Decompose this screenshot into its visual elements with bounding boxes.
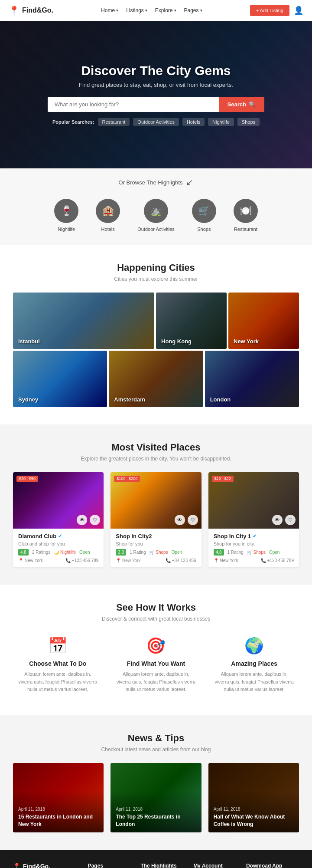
place-card-shop-city2[interactable]: $100 - $200 👁 ♡ Shop In City2 Shop for y… xyxy=(110,472,201,567)
news-image-coffee: April 11, 2018 Half of What We Know Abou… xyxy=(208,763,299,832)
favorite-btn-shop1[interactable]: ♡ xyxy=(285,515,296,525)
city-card-amsterdam[interactable]: Amsterdam xyxy=(109,351,203,407)
place-image-shop1: $12 - $22 👁 ♡ xyxy=(208,472,299,529)
news-card-top25[interactable]: April 11, 2018 The Top 25 Restaurants in… xyxy=(110,763,201,832)
cities-title: Happening Cities xyxy=(13,262,299,273)
place-actions-diamond: 👁 ♡ xyxy=(77,515,100,525)
place-card-shop-city1[interactable]: $12 - $22 👁 ♡ Shop In City 1 ✔ Shop for … xyxy=(208,472,299,567)
place-body-shop1: Shop In City 1 ✔ Shop for you in city. 4… xyxy=(208,529,299,567)
restaurant-label: Restaurant xyxy=(234,227,257,232)
city-card-istanbul[interactable]: Istanbul xyxy=(13,293,154,349)
rating-text-shop1: 1 Rating xyxy=(228,550,244,555)
place-meta-shop1: 4.8 1 Rating 🛒 Shops Open xyxy=(214,549,294,556)
footer: 📍 Find&Go. Collins Street West, Victoria… xyxy=(0,850,312,868)
news-image-top25: April 11, 2018 The Top 25 Restaurants in… xyxy=(110,763,201,832)
popular-label: Popular Searches: xyxy=(52,119,94,125)
favorite-btn-diamond[interactable]: ♡ xyxy=(90,515,100,525)
city-name-newyork: New York xyxy=(234,338,259,345)
place-footer-shop1: 📍 New York 📞 +123 456 789 xyxy=(214,558,294,563)
browse-icon-restaurant[interactable]: 🍽️ Restaurant xyxy=(234,199,258,232)
city-name-london: London xyxy=(210,396,231,403)
rating-text-diamond: 2 Ratings xyxy=(32,550,50,555)
news-footer-coffee: April 11, 2018 Half of What We Know Abou… xyxy=(208,802,299,832)
city-name-istanbul: Istanbul xyxy=(18,338,40,345)
search-button[interactable]: Search 🔍 xyxy=(219,97,264,112)
place-card-diamond-club[interactable]: $20 - $50 👁 ♡ Diamond Club ✔ Club and sh… xyxy=(13,472,104,567)
favorite-btn-shop2[interactable]: ♡ xyxy=(188,515,198,525)
news-footer-top25: April 11, 2018 The Top 25 Restaurants in… xyxy=(110,802,201,832)
nav-explore[interactable]: Explore ▾ xyxy=(155,7,176,13)
news-title-top25: The Top 25 Restaurants in London xyxy=(116,813,196,828)
find-title: Find What You Want xyxy=(116,660,197,667)
browse-label: Or Browse The Highlights ↙ xyxy=(0,177,312,187)
place-actions-shop1: 👁 ♡ xyxy=(272,515,296,525)
hotels-circle: 🏨 xyxy=(96,199,120,223)
browse-icons-row: 🍷 Nightlife 🏨 Hotels ⛰️ Outdoor Activiti… xyxy=(0,194,312,240)
place-desc-diamond: Club and shop for you xyxy=(18,541,98,546)
tag-shops-shop1: 🛒 Shops xyxy=(247,550,266,555)
place-footer-shop2: 📍 New York 📞 +84 123 456 xyxy=(116,558,196,563)
hero-content: Discover The City Gems Find great places… xyxy=(0,63,312,126)
popular-tag-outdoor[interactable]: Outdoor Activities xyxy=(133,118,179,126)
popular-tag-hotels[interactable]: Hotels xyxy=(182,118,205,126)
browse-highlights-section: Or Browse The Highlights ↙ 🍷 Nightlife 🏨… xyxy=(0,168,312,245)
place-name-shop2: Shop In City2 xyxy=(116,533,196,539)
search-icon: 🔍 xyxy=(249,101,256,108)
nightlife-label: Nightlife xyxy=(58,227,75,232)
nav-listings[interactable]: Listings ▾ xyxy=(126,7,147,13)
footer-logo: 📍 Find&Go. xyxy=(13,863,79,868)
news-footer-burgers: April 11, 2018 15 Restaurants in London … xyxy=(13,802,104,832)
news-date-coffee: April 11, 2018 xyxy=(214,807,294,812)
hero-search-bar: Search 🔍 xyxy=(48,97,264,112)
phone-diamond: 📞 +123 456 789 xyxy=(65,558,98,563)
news-date-top25: April 11, 2018 xyxy=(116,807,196,812)
view-btn-diamond[interactable]: 👁 xyxy=(77,515,87,525)
status-shop1: Open xyxy=(269,550,280,555)
brand-logo[interactable]: 📍 Find&Go. xyxy=(9,5,53,16)
rating-badge-shop2: 3.0 xyxy=(116,549,126,556)
choose-icon: 📅 xyxy=(17,637,98,655)
place-image-shop2: $100 - $200 👁 ♡ xyxy=(110,472,201,529)
rating-text-shop2: 1 Rating xyxy=(130,550,146,555)
popular-tag-shops[interactable]: Shops xyxy=(237,118,260,126)
view-btn-shop2[interactable]: 👁 xyxy=(175,515,185,525)
nav-home[interactable]: Home ▾ xyxy=(101,7,118,13)
hotels-label: Hotels xyxy=(101,227,115,232)
popular-tag-nightlife[interactable]: Nightlife xyxy=(208,118,234,126)
outdoor-circle: ⛰️ xyxy=(144,199,168,223)
footer-app-title: Download App xyxy=(246,863,299,868)
news-section: News & Tips Checkout latest news and art… xyxy=(0,715,312,850)
news-card-coffee[interactable]: April 11, 2018 Half of What We Know Abou… xyxy=(208,763,299,832)
browse-icon-outdoor[interactable]: ⛰️ Outdoor Activities xyxy=(137,199,175,232)
popular-tag-restaurant[interactable]: Restaurant xyxy=(98,118,130,126)
browse-icon-nightlife[interactable]: 🍷 Nightlife xyxy=(54,199,78,232)
news-title-coffee: Half of What We Know About Coffee is Wro… xyxy=(214,813,294,828)
add-listing-button[interactable]: + Add Listing xyxy=(250,5,289,16)
restaurant-circle: 🍽️ xyxy=(234,199,258,223)
amazing-desc: Aliquam lorem ante, dapibus in, viverra … xyxy=(214,671,295,694)
popular-searches: Popular Searches: Restaurant Outdoor Act… xyxy=(0,118,312,126)
rating-badge-diamond: 4.8 xyxy=(18,549,29,556)
city-card-london[interactable]: London xyxy=(205,351,299,407)
footer-brand-col: 📍 Find&Go. Collins Street West, Victoria… xyxy=(13,863,79,868)
browse-icon-shops[interactable]: 🛒 Shops xyxy=(192,199,216,232)
cities-grid-row1: Istanbul Hong Kong New York xyxy=(13,293,299,349)
search-input[interactable] xyxy=(48,97,219,112)
city-card-sydney[interactable]: Sydney xyxy=(13,351,107,407)
user-icon[interactable]: 👤 xyxy=(294,6,303,15)
verified-icon-shop1: ✔ xyxy=(253,533,257,539)
browse-icon-hotels[interactable]: 🏨 Hotels xyxy=(96,199,120,232)
curve-arrow: ↙ xyxy=(186,177,193,187)
news-card-burgers[interactable]: April 11, 2018 15 Restaurants in London … xyxy=(13,763,104,832)
nav-pages[interactable]: Pages ▾ xyxy=(184,7,202,13)
place-meta-shop2: 3.0 1 Rating 🛒 Shops Open xyxy=(116,549,196,556)
city-card-hongkong[interactable]: Hong Kong xyxy=(156,293,227,349)
city-name-amsterdam: Amsterdam xyxy=(114,396,145,403)
news-title: News & Tips xyxy=(13,733,299,744)
find-icon: 🎯 xyxy=(116,637,197,655)
view-btn-shop1[interactable]: 👁 xyxy=(272,515,283,525)
city-name-hongkong: Hong Kong xyxy=(161,338,192,345)
city-card-newyork[interactable]: New York xyxy=(228,293,299,349)
find-desc: Aliquam lorem ante, dapibus in, viverra … xyxy=(116,671,197,694)
listings-chevron: ▾ xyxy=(145,8,147,13)
